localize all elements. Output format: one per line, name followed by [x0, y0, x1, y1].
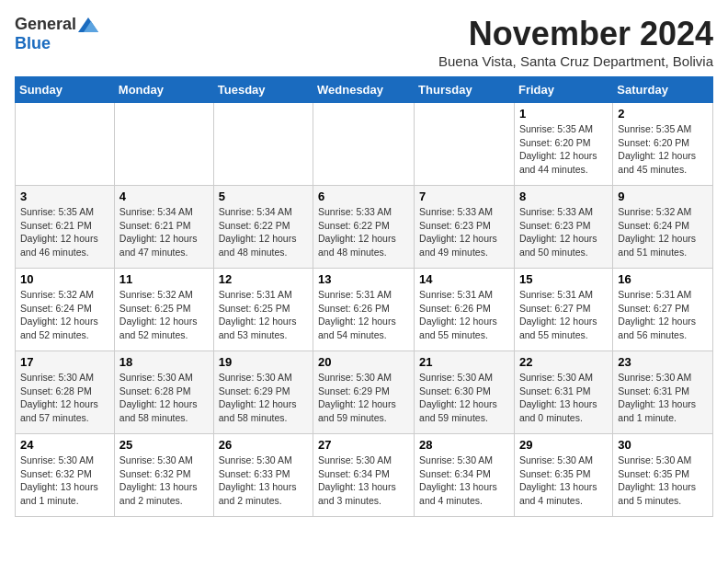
calendar-week-row: 24Sunrise: 5:30 AM Sunset: 6:32 PM Dayli…: [16, 434, 713, 517]
logo-blue: Blue: [15, 34, 51, 53]
day-number: 4: [119, 190, 209, 203]
day-info: Sunrise: 5:32 AM Sunset: 6:24 PM Dayligh…: [618, 205, 708, 259]
calendar-cell: 14Sunrise: 5:31 AM Sunset: 6:26 PM Dayli…: [415, 269, 515, 351]
calendar-cell: 11Sunrise: 5:32 AM Sunset: 6:25 PM Dayli…: [114, 269, 213, 351]
day-info: Sunrise: 5:30 AM Sunset: 6:35 PM Dayligh…: [519, 454, 608, 508]
day-number: 18: [119, 355, 209, 369]
calendar-cell: 20Sunrise: 5:30 AM Sunset: 6:29 PM Dayli…: [313, 351, 415, 434]
day-info: Sunrise: 5:30 AM Sunset: 6:32 PM Dayligh…: [20, 454, 109, 508]
day-info: Sunrise: 5:35 AM Sunset: 6:21 PM Dayligh…: [20, 205, 109, 259]
day-number: 16: [618, 272, 708, 286]
day-number: 6: [318, 190, 409, 203]
calendar-week-row: 3Sunrise: 5:35 AM Sunset: 6:21 PM Daylig…: [16, 186, 713, 269]
day-info: Sunrise: 5:31 AM Sunset: 6:27 PM Dayligh…: [519, 288, 608, 342]
calendar-cell: 25Sunrise: 5:30 AM Sunset: 6:32 PM Dayli…: [114, 434, 213, 517]
calendar-week-row: 17Sunrise: 5:30 AM Sunset: 6:28 PM Dayli…: [16, 351, 713, 434]
day-number: 10: [20, 272, 109, 286]
day-number: 14: [419, 272, 509, 286]
calendar-cell: 28Sunrise: 5:30 AM Sunset: 6:34 PM Dayli…: [415, 434, 515, 517]
day-info: Sunrise: 5:33 AM Sunset: 6:23 PM Dayligh…: [419, 205, 509, 259]
calendar-header-monday: Monday: [114, 77, 213, 103]
day-number: 24: [20, 438, 109, 452]
day-number: 5: [219, 190, 308, 203]
calendar-header-wednesday: Wednesday: [313, 77, 415, 103]
day-number: 25: [119, 438, 209, 452]
day-info: Sunrise: 5:35 AM Sunset: 6:20 PM Dayligh…: [618, 122, 708, 177]
day-info: Sunrise: 5:31 AM Sunset: 6:26 PM Dayligh…: [419, 288, 509, 342]
day-info: Sunrise: 5:30 AM Sunset: 6:29 PM Dayligh…: [219, 371, 308, 425]
calendar-cell: 29Sunrise: 5:30 AM Sunset: 6:35 PM Dayli…: [514, 434, 612, 517]
calendar-header-friday: Friday: [514, 77, 612, 103]
day-number: 7: [419, 190, 509, 203]
logo-general: General: [15, 15, 76, 34]
day-info: Sunrise: 5:30 AM Sunset: 6:30 PM Dayligh…: [419, 371, 509, 425]
logo: General Blue: [15, 15, 98, 53]
calendar-cell: 26Sunrise: 5:30 AM Sunset: 6:33 PM Dayli…: [213, 434, 313, 517]
calendar-header-sunday: Sunday: [16, 77, 115, 103]
calendar-cell: 2Sunrise: 5:35 AM Sunset: 6:20 PM Daylig…: [613, 103, 713, 186]
calendar-cell: 18Sunrise: 5:30 AM Sunset: 6:28 PM Dayli…: [114, 351, 213, 434]
calendar-cell: 1Sunrise: 5:35 AM Sunset: 6:20 PM Daylig…: [514, 103, 612, 186]
day-info: Sunrise: 5:30 AM Sunset: 6:35 PM Dayligh…: [618, 454, 708, 508]
day-info: Sunrise: 5:30 AM Sunset: 6:34 PM Dayligh…: [419, 454, 509, 508]
day-info: Sunrise: 5:32 AM Sunset: 6:24 PM Dayligh…: [20, 288, 109, 342]
calendar-cell: 24Sunrise: 5:30 AM Sunset: 6:32 PM Dayli…: [16, 434, 115, 517]
day-info: Sunrise: 5:30 AM Sunset: 6:29 PM Dayligh…: [318, 371, 409, 425]
day-info: Sunrise: 5:30 AM Sunset: 6:31 PM Dayligh…: [519, 371, 608, 425]
day-info: Sunrise: 5:30 AM Sunset: 6:32 PM Dayligh…: [119, 454, 209, 508]
day-info: Sunrise: 5:34 AM Sunset: 6:22 PM Dayligh…: [219, 205, 308, 259]
calendar-cell: 5Sunrise: 5:34 AM Sunset: 6:22 PM Daylig…: [213, 186, 313, 269]
calendar-cell: 6Sunrise: 5:33 AM Sunset: 6:22 PM Daylig…: [313, 186, 415, 269]
calendar-cell: 3Sunrise: 5:35 AM Sunset: 6:21 PM Daylig…: [16, 186, 115, 269]
calendar-header-tuesday: Tuesday: [213, 77, 313, 103]
calendar-cell: 30Sunrise: 5:30 AM Sunset: 6:35 PM Dayli…: [613, 434, 713, 517]
month-title: November 2024: [438, 15, 713, 53]
day-info: Sunrise: 5:30 AM Sunset: 6:28 PM Dayligh…: [20, 371, 109, 425]
calendar-cell: [313, 103, 415, 186]
day-number: 9: [618, 190, 708, 203]
day-number: 15: [519, 272, 608, 286]
day-info: Sunrise: 5:30 AM Sunset: 6:28 PM Dayligh…: [119, 371, 209, 425]
day-number: 17: [20, 355, 109, 369]
day-number: 11: [119, 272, 209, 286]
calendar-cell: 12Sunrise: 5:31 AM Sunset: 6:25 PM Dayli…: [213, 269, 313, 351]
location-title: Buena Vista, Santa Cruz Department, Boli…: [438, 53, 713, 69]
calendar-cell: [16, 103, 115, 186]
day-number: 26: [219, 438, 308, 452]
day-info: Sunrise: 5:34 AM Sunset: 6:21 PM Dayligh…: [119, 205, 209, 259]
day-number: 21: [419, 355, 509, 369]
calendar-cell: 21Sunrise: 5:30 AM Sunset: 6:30 PM Dayli…: [415, 351, 515, 434]
calendar-header-thursday: Thursday: [415, 77, 515, 103]
day-number: 28: [419, 438, 509, 452]
day-number: 13: [318, 272, 409, 286]
calendar-week-row: 1Sunrise: 5:35 AM Sunset: 6:20 PM Daylig…: [16, 103, 713, 186]
day-info: Sunrise: 5:30 AM Sunset: 6:31 PM Dayligh…: [618, 371, 708, 425]
day-number: 2: [618, 107, 708, 121]
day-info: Sunrise: 5:30 AM Sunset: 6:34 PM Dayligh…: [318, 454, 409, 508]
calendar-cell: [415, 103, 515, 186]
day-info: Sunrise: 5:31 AM Sunset: 6:27 PM Dayligh…: [618, 288, 708, 342]
calendar-cell: 16Sunrise: 5:31 AM Sunset: 6:27 PM Dayli…: [613, 269, 713, 351]
day-info: Sunrise: 5:32 AM Sunset: 6:25 PM Dayligh…: [119, 288, 209, 342]
day-number: 27: [318, 438, 409, 452]
calendar-header-row: SundayMondayTuesdayWednesdayThursdayFrid…: [16, 77, 713, 103]
header: General Blue November 2024 Buena Vista, …: [15, 15, 713, 69]
day-number: 22: [519, 355, 608, 369]
day-number: 8: [519, 190, 608, 203]
calendar-cell: 22Sunrise: 5:30 AM Sunset: 6:31 PM Dayli…: [514, 351, 612, 434]
calendar-cell: 8Sunrise: 5:33 AM Sunset: 6:23 PM Daylig…: [514, 186, 612, 269]
calendar-cell: 9Sunrise: 5:32 AM Sunset: 6:24 PM Daylig…: [613, 186, 713, 269]
day-number: 23: [618, 355, 708, 369]
calendar-table: SundayMondayTuesdayWednesdayThursdayFrid…: [15, 76, 713, 517]
calendar-cell: 7Sunrise: 5:33 AM Sunset: 6:23 PM Daylig…: [415, 186, 515, 269]
day-info: Sunrise: 5:30 AM Sunset: 6:33 PM Dayligh…: [219, 454, 308, 508]
calendar-cell: [213, 103, 313, 186]
calendar-cell: [114, 103, 213, 186]
calendar-cell: 17Sunrise: 5:30 AM Sunset: 6:28 PM Dayli…: [16, 351, 115, 434]
day-number: 20: [318, 355, 409, 369]
day-number: 19: [219, 355, 308, 369]
day-info: Sunrise: 5:33 AM Sunset: 6:22 PM Dayligh…: [318, 205, 409, 259]
calendar-cell: 13Sunrise: 5:31 AM Sunset: 6:26 PM Dayli…: [313, 269, 415, 351]
calendar-cell: 10Sunrise: 5:32 AM Sunset: 6:24 PM Dayli…: [16, 269, 115, 351]
calendar-cell: 27Sunrise: 5:30 AM Sunset: 6:34 PM Dayli…: [313, 434, 415, 517]
